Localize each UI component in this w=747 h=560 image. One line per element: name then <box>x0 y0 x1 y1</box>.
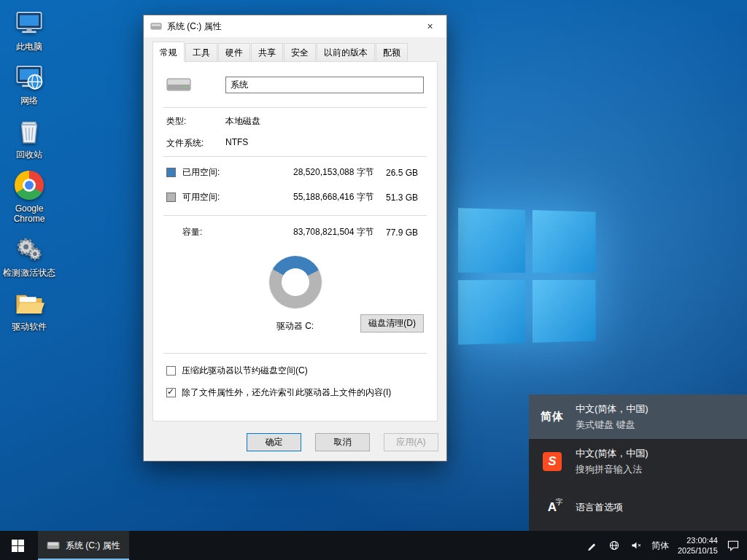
folder-icon <box>13 287 45 319</box>
index-contents-checkbox[interactable] <box>166 388 176 397</box>
free-space-size: 51.3 GB <box>386 192 424 203</box>
capacity-donut <box>269 256 322 308</box>
drive-caption: 驱动器 C: <box>276 321 314 331</box>
type-row: 类型: 本地磁盘 <box>166 108 424 134</box>
windows-wallpaper-logo <box>458 208 597 346</box>
free-space-row: 可用空间: 55,188,668,416 字节 51.3 GB <box>166 184 424 209</box>
language-preferences-label: 语言首选项 <box>576 501 623 514</box>
recycle-bin-icon <box>13 115 45 147</box>
desktop-icon-label: Google Chrome <box>1 203 57 224</box>
language-preferences-item[interactable]: A字 语言首选项 <box>529 483 747 531</box>
free-space-bytes: 55,188,668,416 字节 <box>293 191 386 203</box>
windows-start-icon <box>12 540 24 552</box>
action-center-icon[interactable] <box>727 539 740 552</box>
apply-button: 应用(A) <box>384 433 438 451</box>
used-space-label: 已用空间: <box>182 166 293 179</box>
desktop-icon-label: 回收站 <box>16 149 42 160</box>
desktop-icon-label: 网络 <box>20 96 38 106</box>
desktop-icon-label: 驱动软件 <box>12 322 47 332</box>
properties-dialog: 系统 (C:) 属性 × 常规 工具 硬件 共享 安全 以前的版本 配额 类型:… <box>143 15 447 462</box>
start-button[interactable] <box>0 531 35 560</box>
drive-icon-large <box>166 72 191 97</box>
input-method-name: 美式键盘 键盘 <box>576 419 649 432</box>
drive-icon <box>150 20 162 32</box>
sogou-icon: S <box>543 452 562 471</box>
desktop-icon-activation-check[interactable]: 检测激活状态 <box>1 233 57 278</box>
type-label: 类型: <box>166 115 225 128</box>
network-icon <box>13 61 45 93</box>
pen-icon[interactable] <box>586 539 599 552</box>
taskbar-app-label: 系统 (C:) 属性 <box>66 540 120 552</box>
language-preferences-icon: A字 <box>548 500 557 515</box>
tray-time: 23:00:44 <box>686 536 718 545</box>
desktop-icon-chrome[interactable]: Google Chrome <box>1 169 57 224</box>
cancel-button[interactable]: 取消 <box>315 433 370 451</box>
desktop-icon-network[interactable]: 网络 <box>1 61 57 106</box>
network-tray-icon[interactable] <box>608 539 621 552</box>
desktop-icon-label: 此电脑 <box>16 42 42 52</box>
volume-icon[interactable] <box>630 539 643 552</box>
tab-quota[interactable]: 配额 <box>376 43 408 61</box>
input-method-language: 中文(简体，中国) <box>576 402 649 416</box>
input-method-sogou[interactable]: S 中文(简体，中国) 搜狗拼音输入法 <box>529 439 747 483</box>
type-value: 本地磁盘 <box>225 115 260 128</box>
tab-previous-versions[interactable]: 以前的版本 <box>317 43 375 61</box>
desktop-icon-driver-software[interactable]: 驱动软件 <box>1 287 57 332</box>
general-tab-page: 类型: 本地磁盘 文件系统: NTFS 已用空间: 28,520,153,088… <box>152 61 438 421</box>
drive-caption-row: 驱动器 C: 磁盘清理(D) <box>166 314 424 346</box>
compress-drive-checkrow[interactable]: 压缩此驱动器以节约磁盘空间(C) <box>166 354 424 377</box>
filesystem-row: 文件系统: NTFS <box>166 134 424 156</box>
compress-drive-label: 压缩此驱动器以节约磁盘空间(C) <box>182 365 308 377</box>
capacity-bytes: 83,708,821,504 字节 <box>293 226 386 238</box>
compress-drive-checkbox[interactable] <box>166 366 176 376</box>
used-space-swatch <box>166 168 176 177</box>
volume-row <box>166 71 424 107</box>
capacity-row: 容量: 83,708,821,504 字节 77.9 GB <box>166 216 424 244</box>
dialog-title: 系统 (C:) 属性 <box>167 20 222 33</box>
close-icon[interactable]: × <box>414 15 446 37</box>
filesystem-label: 文件系统: <box>166 137 225 149</box>
this-pc-icon <box>13 7 45 39</box>
desktop-icon-column: 此电脑 网络 回收站 Google Chrome 检测激活状态 <box>1 7 57 332</box>
dialog-titlebar[interactable]: 系统 (C:) 属性 × <box>144 15 446 37</box>
tray-ime-label[interactable]: 简体 <box>651 540 669 552</box>
free-space-label: 可用空间: <box>182 191 293 203</box>
index-contents-checkrow[interactable]: 除了文件属性外，还允许索引此驱动器上文件的内容(I) <box>166 377 424 399</box>
free-space-swatch <box>166 192 176 202</box>
desktop-icon-recycle-bin[interactable]: 回收站 <box>1 115 57 160</box>
desktop-icon-label: 检测激活状态 <box>3 268 55 278</box>
tab-security[interactable]: 安全 <box>284 43 316 61</box>
tray-clock[interactable]: 23:00:44 2025/10/15 <box>678 535 718 556</box>
desktop: 此电脑 网络 回收站 Google Chrome 检测激活状态 <box>0 0 747 560</box>
tab-strip: 常规 工具 硬件 共享 安全 以前的版本 配额 <box>144 37 446 61</box>
index-contents-label: 除了文件属性外，还允许索引此驱动器上文件的内容(I) <box>182 386 391 399</box>
taskbar: 系统 (C:) 属性 简体 23:00:44 2025/10/15 <box>0 531 747 560</box>
system-tray: 简体 23:00:44 2025/10/15 <box>586 531 747 560</box>
language-flyout: 简体 中文(简体，中国) 美式键盘 键盘 S 中文(简体，中国) 搜狗拼音输入法… <box>529 394 747 531</box>
disk-cleanup-button[interactable]: 磁盘清理(D) <box>360 314 424 332</box>
chrome-icon <box>13 169 45 201</box>
tab-sharing[interactable]: 共享 <box>251 43 283 61</box>
drive-icon <box>47 539 60 552</box>
tab-general[interactable]: 常规 <box>152 42 185 62</box>
gears-icon <box>13 233 45 265</box>
ime-abbr-badge: 简体 <box>541 410 564 424</box>
used-space-size: 26.5 GB <box>386 168 424 178</box>
volume-name-input[interactable] <box>225 77 424 93</box>
input-method-language: 中文(简体，中国) <box>576 447 649 460</box>
ok-button[interactable]: 确定 <box>247 433 301 451</box>
capacity-label: 容量: <box>182 226 293 238</box>
taskbar-app-properties[interactable]: 系统 (C:) 属性 <box>38 531 129 560</box>
used-space-row: 已用空间: 28,520,153,088 字节 26.5 GB <box>166 157 424 184</box>
tab-hardware[interactable]: 硬件 <box>218 43 250 61</box>
tray-date: 2025/10/15 <box>678 546 718 555</box>
capacity-size: 77.9 GB <box>386 228 424 238</box>
capacity-chart-area <box>166 244 424 314</box>
desktop-icon-this-pc[interactable]: 此电脑 <box>1 7 57 52</box>
tab-tools[interactable]: 工具 <box>185 43 217 61</box>
dialog-footer: 确定 取消 应用(A) <box>144 421 446 451</box>
input-method-us-keyboard[interactable]: 简体 中文(简体，中国) 美式键盘 键盘 <box>529 394 747 439</box>
used-space-bytes: 28,520,153,088 字节 <box>293 166 386 179</box>
filesystem-value: NTFS <box>225 137 248 149</box>
input-method-name: 搜狗拼音输入法 <box>576 463 649 476</box>
